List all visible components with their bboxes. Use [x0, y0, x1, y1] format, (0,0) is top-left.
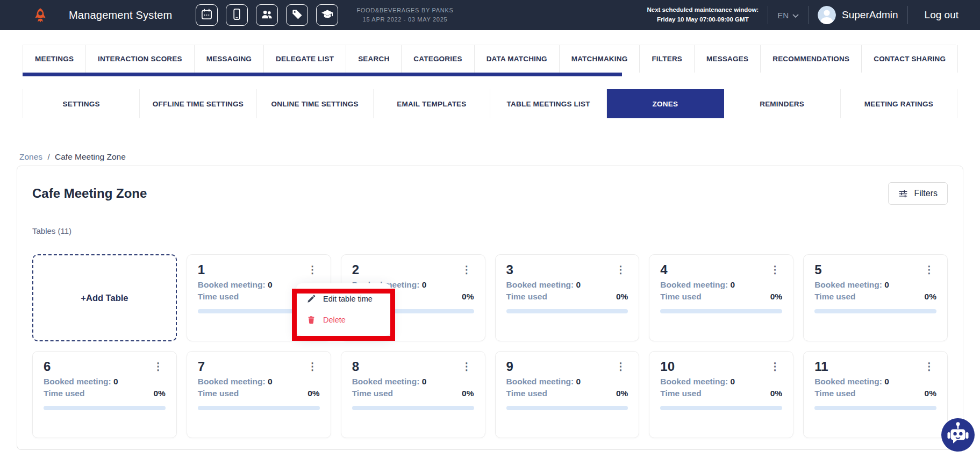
- time-used-line: Time used0%: [814, 389, 936, 398]
- tab-data-matching[interactable]: DATA MATCHING: [475, 45, 560, 73]
- tab-contact-sharing[interactable]: CONTACT SHARING: [862, 45, 958, 73]
- event-dates: 15 APR 2022 - 03 MAY 2025: [356, 15, 453, 24]
- kebab-menu-icon[interactable]: ⋮: [305, 358, 320, 371]
- time-used-percent: 0%: [616, 292, 628, 302]
- booked-meeting-line: Booked meeting: 0: [198, 377, 320, 387]
- table-card: 4⋮Booked meeting: 0Time used0%: [649, 254, 793, 341]
- menu-item-edit-table-time[interactable]: Edit table time: [296, 290, 391, 307]
- table-card-head: 5⋮: [814, 261, 936, 278]
- tab-email-templates[interactable]: EMAIL TEMPLATES: [374, 89, 490, 118]
- top-navbar: Management System FOOD&BEVERAGES BY PANK…: [0, 0, 980, 30]
- tab-filters[interactable]: FILTERS: [640, 45, 695, 73]
- kebab-menu-icon[interactable]: ⋮: [460, 358, 474, 371]
- table-number: 8: [352, 358, 359, 375]
- booked-meeting-line: Booked meeting: 0: [814, 280, 936, 290]
- time-used-line: Time used0%: [506, 292, 628, 302]
- time-used-label: Time used: [506, 292, 547, 302]
- booked-meeting-label: Booked meeting:: [814, 377, 884, 386]
- breadcrumb-zones-link[interactable]: Zones: [19, 152, 42, 161]
- kebab-menu-icon[interactable]: ⋮: [305, 261, 320, 275]
- time-used-progressbar: [506, 309, 628, 313]
- tab-offline-time-settings[interactable]: OFFLINE TIME SETTINGS: [140, 89, 256, 118]
- kebab-menu-icon[interactable]: ⋮: [613, 358, 628, 371]
- breadcrumb-current: Cafe Meeting Zone: [55, 152, 126, 161]
- kebab-menu-icon[interactable]: ⋮: [768, 358, 782, 371]
- table-card: 7⋮Booked meeting: 0Time used0%: [187, 351, 331, 438]
- menu-item-label: Edit table time: [323, 295, 373, 303]
- booked-meeting-line: Booked meeting: 0: [660, 280, 782, 290]
- table-card: 11⋮Booked meeting: 0Time used0%: [803, 351, 948, 438]
- booked-meeting-line: Booked meeting: 0: [506, 377, 628, 387]
- tab-messages[interactable]: MESSAGES: [695, 45, 761, 73]
- calendar-icon-button[interactable]: [196, 4, 218, 26]
- time-used-line: Time used0%: [198, 389, 320, 398]
- table-number: 4: [660, 261, 667, 278]
- booked-meeting-label: Booked meeting:: [660, 280, 730, 289]
- time-used-line: Time used0%: [660, 292, 782, 302]
- tab-interaction-scores[interactable]: INTERACTION SCORES: [86, 45, 195, 73]
- time-used-label: Time used: [814, 292, 855, 302]
- table-card-head: 3⋮: [506, 261, 628, 278]
- kebab-menu-icon[interactable]: ⋮: [922, 358, 936, 371]
- tab-categories[interactable]: CATEGORIES: [402, 45, 474, 73]
- table-card: 9⋮Booked meeting: 0Time used0%: [495, 351, 640, 438]
- table-card-head: 2⋮: [352, 261, 474, 278]
- delegates-icon-button[interactable]: [256, 4, 278, 26]
- booked-meeting-value: 0: [884, 280, 889, 289]
- tab-meeting-ratings[interactable]: MEETING RATINGS: [841, 89, 957, 118]
- filters-button[interactable]: Filters: [888, 182, 948, 205]
- zone-header: Cafe Meeting Zone Filters: [32, 182, 948, 205]
- tab-delegate-list[interactable]: DELEGATE LIST: [264, 45, 346, 73]
- time-used-percent: 0%: [462, 389, 474, 398]
- context-menu: Edit table timeDelete: [296, 283, 391, 336]
- table-card: 5⋮Booked meeting: 0Time used0%: [803, 254, 948, 341]
- tab-zones[interactable]: ZONES: [607, 89, 724, 118]
- mobile-icon-button[interactable]: [226, 4, 248, 26]
- tag-icon-button[interactable]: [286, 4, 308, 26]
- menu-item-delete[interactable]: Delete: [296, 311, 391, 328]
- table-card-head: 6⋮: [44, 358, 166, 375]
- tab-matchmaking[interactable]: MATCHMAKING: [560, 45, 640, 73]
- tab-messaging[interactable]: MESSAGING: [195, 45, 264, 73]
- tab-search[interactable]: SEARCH: [346, 45, 402, 73]
- tab-recommendations[interactable]: RECOMMENDATIONS: [761, 45, 862, 73]
- booked-meeting-label: Booked meeting:: [660, 377, 730, 386]
- tab-online-time-settings[interactable]: ONLINE TIME SETTINGS: [257, 89, 374, 118]
- tab-reminders[interactable]: REMINDERS: [724, 89, 841, 118]
- kebab-menu-icon[interactable]: ⋮: [613, 261, 628, 275]
- table-card-head: 10⋮: [660, 358, 782, 375]
- booked-meeting-value: 0: [884, 377, 889, 386]
- time-used-label: Time used: [660, 292, 701, 302]
- add-table-button[interactable]: +Add Table: [32, 254, 177, 341]
- education-icon-button[interactable]: [316, 4, 338, 26]
- tab-meetings[interactable]: MEETINGS: [23, 45, 86, 73]
- user-menu[interactable]: SuperAdmin: [818, 6, 898, 24]
- table-card-head: 4⋮: [660, 261, 782, 278]
- logout-button[interactable]: Log out: [917, 9, 966, 21]
- chatbot-button[interactable]: [941, 418, 975, 452]
- breadcrumb-separator: /: [47, 152, 49, 161]
- time-used-percent: 0%: [307, 389, 319, 398]
- booked-meeting-label: Booked meeting:: [352, 377, 422, 386]
- booked-meeting-line: Booked meeting: 0: [814, 377, 936, 387]
- tab-table-meetings-list[interactable]: TABLE MEETINGS LIST: [490, 89, 607, 118]
- table-card-head: 8⋮: [352, 358, 474, 375]
- booked-meeting-label: Booked meeting:: [506, 280, 576, 289]
- time-used-percent: 0%: [925, 389, 936, 398]
- kebab-menu-icon[interactable]: ⋮: [768, 261, 782, 275]
- table-card: 8⋮Booked meeting: 0Time used0%: [341, 351, 485, 438]
- kebab-menu-icon[interactable]: ⋮: [922, 261, 936, 275]
- table-number: 10: [660, 358, 675, 375]
- tab-settings[interactable]: SETTINGS: [23, 89, 140, 118]
- kebab-menu-icon[interactable]: ⋮: [460, 261, 474, 275]
- table-card-head: 11⋮: [814, 358, 936, 375]
- table-number: 7: [198, 358, 205, 375]
- booked-meeting-label: Booked meeting:: [198, 280, 268, 289]
- chevron-down-icon: [792, 11, 799, 20]
- booked-meeting-line: Booked meeting: 0: [506, 280, 628, 290]
- kebab-menu-icon[interactable]: ⋮: [151, 358, 166, 371]
- page-title: Cafe Meeting Zone: [32, 186, 147, 201]
- table-card: 6⋮Booked meeting: 0Time used0%: [32, 351, 177, 438]
- language-selector[interactable]: EN: [777, 11, 799, 20]
- time-used-label: Time used: [198, 292, 239, 302]
